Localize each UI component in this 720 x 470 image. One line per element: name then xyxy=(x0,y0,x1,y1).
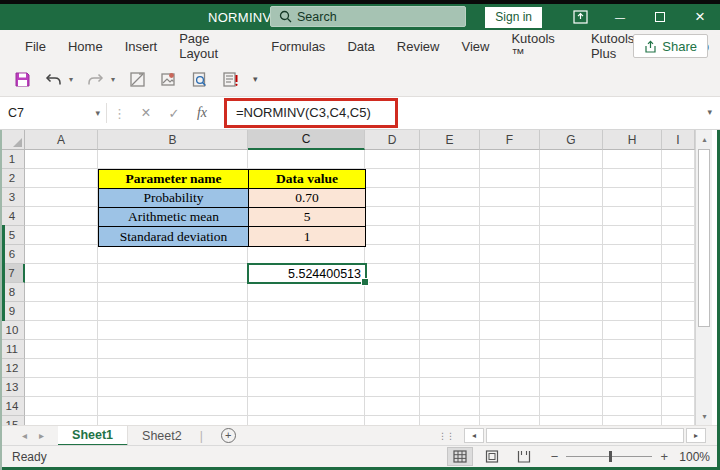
cell-I7[interactable] xyxy=(662,264,695,283)
gallery-button[interactable] xyxy=(156,67,180,91)
cell-D3[interactable] xyxy=(365,188,420,207)
search-box[interactable]: Search xyxy=(270,6,466,27)
name-box[interactable]: C7 ▾ xyxy=(0,100,106,126)
cell-A4[interactable] xyxy=(25,207,98,226)
cell-D14[interactable] xyxy=(365,397,420,416)
cell-C9[interactable] xyxy=(248,302,365,321)
row-header-4[interactable]: 4 xyxy=(0,207,25,226)
cell-B13[interactable] xyxy=(98,378,248,397)
cell-G8[interactable] xyxy=(540,283,603,302)
cell-E7[interactable] xyxy=(420,264,480,283)
formula-input[interactable]: =NORMINV(C3,C4,C5) xyxy=(216,97,720,130)
cell-C10[interactable] xyxy=(248,321,365,340)
cell-A9[interactable] xyxy=(25,302,98,321)
cell-G12[interactable] xyxy=(540,359,603,378)
ribbon-display-options-button[interactable] xyxy=(560,4,600,30)
cell-I6[interactable] xyxy=(662,245,695,264)
cell-I15[interactable] xyxy=(662,416,695,425)
previous-sheet-icon[interactable]: ◂ xyxy=(22,430,27,441)
next-sheet-icon[interactable]: ▸ xyxy=(39,430,44,441)
cell-H11[interactable] xyxy=(603,340,662,359)
cell-mean-label[interactable]: Arithmetic mean xyxy=(99,208,249,227)
cell-E10[interactable] xyxy=(420,321,480,340)
column-header-A[interactable]: A xyxy=(25,130,98,150)
close-button[interactable]: × xyxy=(680,4,720,30)
cell-I11[interactable] xyxy=(662,340,695,359)
cell-D5[interactable] xyxy=(365,226,420,245)
cell-G10[interactable] xyxy=(540,321,603,340)
cell-H4[interactable] xyxy=(603,207,662,226)
cell-D15[interactable] xyxy=(365,416,420,425)
list-alert-button[interactable] xyxy=(218,67,242,91)
cell-I5[interactable] xyxy=(662,226,695,245)
column-header-D[interactable]: D xyxy=(365,130,420,150)
cell-A11[interactable] xyxy=(25,340,98,359)
cell-A6[interactable] xyxy=(25,245,98,264)
zoom-in-button[interactable]: + xyxy=(660,449,668,464)
cell-A10[interactable] xyxy=(25,321,98,340)
horizontal-scroll-thumb[interactable] xyxy=(486,428,684,443)
cell-D13[interactable] xyxy=(365,378,420,397)
cell-F6[interactable] xyxy=(480,245,540,264)
cell-E14[interactable] xyxy=(420,397,480,416)
cell-A14[interactable] xyxy=(25,397,98,416)
insert-function-button[interactable]: fx xyxy=(188,100,216,126)
cell-F9[interactable] xyxy=(480,302,540,321)
redo-button[interactable] xyxy=(83,67,107,91)
cell-H9[interactable] xyxy=(603,302,662,321)
header-parameter-name[interactable]: Parameter name xyxy=(99,170,249,189)
cell-I9[interactable] xyxy=(662,302,695,321)
cell-G13[interactable] xyxy=(540,378,603,397)
cell-H5[interactable] xyxy=(603,226,662,245)
cell-E15[interactable] xyxy=(420,416,480,425)
cell-E1[interactable] xyxy=(420,150,480,169)
row-header-13[interactable]: 13 xyxy=(0,378,25,397)
cell-C12[interactable] xyxy=(248,359,365,378)
tab-page-layout[interactable]: Page Layout xyxy=(168,30,260,62)
cell-B12[interactable] xyxy=(98,359,248,378)
select-all-button[interactable] xyxy=(0,130,25,150)
column-header-C[interactable]: C xyxy=(248,130,365,150)
row-header-12[interactable]: 12 xyxy=(0,359,25,378)
cell-C14[interactable] xyxy=(248,397,365,416)
cell-D12[interactable] xyxy=(365,359,420,378)
cell-F15[interactable] xyxy=(480,416,540,425)
cell-I3[interactable] xyxy=(662,188,695,207)
cell-F3[interactable] xyxy=(480,188,540,207)
cell-stdev-value[interactable]: 1 xyxy=(249,227,365,246)
selected-cell-C7[interactable]: 5.524400513 xyxy=(247,263,367,284)
scrollbar-resize-handle[interactable]: ⋮⋮ xyxy=(438,431,454,441)
column-header-F[interactable]: F xyxy=(480,130,540,150)
zoom-level[interactable]: 100% xyxy=(674,450,710,464)
tab-home[interactable]: Home xyxy=(57,30,114,62)
header-data-value[interactable]: Data value xyxy=(249,170,365,189)
scroll-left-button[interactable]: ◂ xyxy=(464,428,484,443)
scroll-right-button[interactable]: ▸ xyxy=(686,428,706,443)
save-button[interactable] xyxy=(10,67,34,91)
cell-G6[interactable] xyxy=(540,245,603,264)
cell-D1[interactable] xyxy=(365,150,420,169)
cell-H12[interactable] xyxy=(603,359,662,378)
cell-C15[interactable] xyxy=(248,416,365,425)
cell-E11[interactable] xyxy=(420,340,480,359)
cell-C6[interactable] xyxy=(248,245,365,264)
cell-B8[interactable] xyxy=(98,283,248,302)
cell-A12[interactable] xyxy=(25,359,98,378)
cell-D4[interactable] xyxy=(365,207,420,226)
normal-view-button[interactable] xyxy=(447,447,473,466)
vertical-scroll-thumb[interactable] xyxy=(698,149,710,327)
cell-I13[interactable] xyxy=(662,378,695,397)
cell-F13[interactable] xyxy=(480,378,540,397)
cell-E8[interactable] xyxy=(420,283,480,302)
cell-G3[interactable] xyxy=(540,188,603,207)
new-sheet-button[interactable]: + xyxy=(221,428,236,443)
cell-D8[interactable] xyxy=(365,283,420,302)
row-header-10[interactable]: 10 xyxy=(0,321,25,340)
cell-A7[interactable] xyxy=(25,264,98,283)
row-header-14[interactable]: 14 xyxy=(0,397,25,416)
cell-E5[interactable] xyxy=(420,226,480,245)
cell-I8[interactable] xyxy=(662,283,695,302)
cell-B1[interactable] xyxy=(98,150,248,169)
cell-F12[interactable] xyxy=(480,359,540,378)
cell-H13[interactable] xyxy=(603,378,662,397)
